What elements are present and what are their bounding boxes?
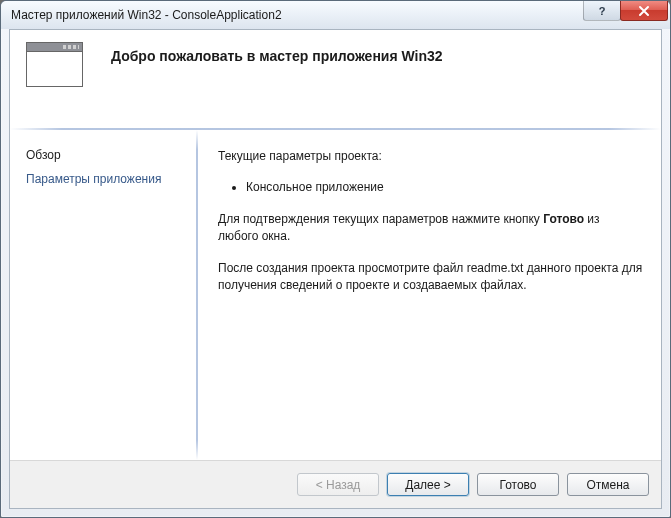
window-title: Мастер приложений Win32 - ConsoleApplica… bbox=[11, 8, 666, 22]
confirm-instruction: Для подтверждения текущих параметров наж… bbox=[218, 211, 643, 246]
sidebar-item-app-settings[interactable]: Параметры приложения bbox=[26, 172, 182, 186]
current-settings-label: Текущие параметры проекта: bbox=[218, 148, 643, 165]
wizard-dialog: Мастер приложений Win32 - ConsoleApplica… bbox=[0, 0, 671, 518]
button-bar: < Назад Далее > Готово Отмена bbox=[10, 460, 661, 508]
wizard-header: Добро пожаловать в мастер приложения Win… bbox=[10, 30, 661, 100]
window-buttons: ? bbox=[584, 1, 668, 21]
sidebar: Обзор Параметры приложения bbox=[10, 130, 196, 460]
client-area: Добро пожаловать в мастер приложения Win… bbox=[9, 29, 662, 509]
sidebar-item-overview[interactable]: Обзор bbox=[26, 148, 182, 162]
app-window-icon bbox=[26, 42, 83, 87]
page-heading: Добро пожаловать в мастер приложения Win… bbox=[111, 40, 443, 64]
svg-text:?: ? bbox=[599, 5, 606, 17]
cancel-button[interactable]: Отмена bbox=[567, 473, 649, 496]
help-button[interactable]: ? bbox=[583, 1, 621, 21]
finish-button[interactable]: Готово bbox=[477, 473, 559, 496]
titlebar: Мастер приложений Win32 - ConsoleApplica… bbox=[1, 1, 670, 29]
readme-instruction: После создания проекта просмотрите файл … bbox=[218, 260, 643, 295]
back-button: < Назад bbox=[297, 473, 379, 496]
vertical-separator bbox=[196, 130, 198, 460]
list-item: Консольное приложение bbox=[246, 179, 643, 196]
wizard-body: Обзор Параметры приложения Текущие парам… bbox=[10, 130, 661, 460]
next-button[interactable]: Далее > bbox=[387, 473, 469, 496]
settings-list: Консольное приложение bbox=[218, 179, 643, 196]
content-pane: Текущие параметры проекта: Консольное пр… bbox=[196, 130, 661, 460]
close-button[interactable] bbox=[620, 1, 668, 21]
